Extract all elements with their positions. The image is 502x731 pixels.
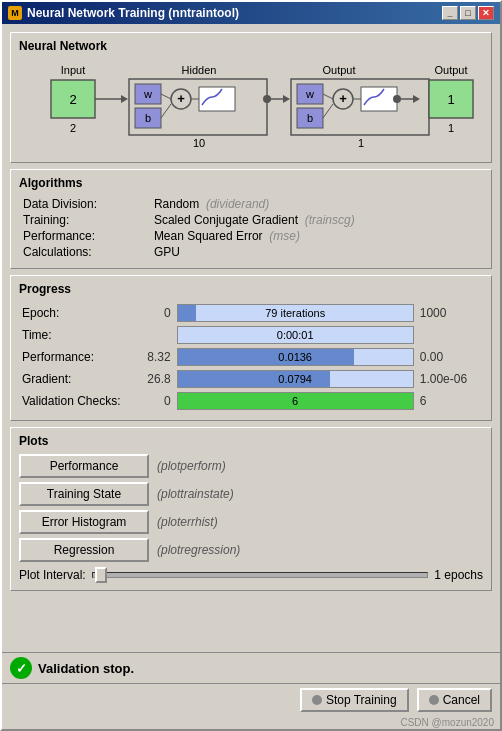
maximize-button[interactable]: □ (460, 6, 476, 20)
minimize-button[interactable]: _ (442, 6, 458, 20)
stop-training-label: Stop Training (326, 693, 397, 707)
algo-value-0: Random (dividerand) (150, 196, 483, 212)
plot-btn-row-1: Training State (plottrainstate) (19, 482, 483, 506)
output-sigmoid (361, 87, 397, 111)
algorithms-section: Algorithms Data Division: Random (divide… (10, 169, 492, 269)
algorithms-table: Data Division: Random (dividerand) Train… (19, 196, 483, 260)
perf-bar-text: 0.0136 (178, 349, 413, 365)
progress-table: Epoch: 0 79 iterations 1000 Time: (19, 302, 483, 412)
val-bar-wrap: 6 (177, 392, 414, 410)
cancel-button[interactable]: Cancel (417, 688, 492, 712)
stop-training-button[interactable]: Stop Training (300, 688, 409, 712)
progress-row-grad: Gradient: 26.8 0.0794 1.00e-06 (19, 368, 483, 390)
error-histogram-plot-note: (ploterrhist) (157, 515, 218, 529)
perf-label: Performance: (19, 346, 141, 368)
stop-training-icon (312, 695, 322, 705)
arrow2-head (283, 95, 290, 103)
time-right (417, 324, 483, 346)
main-window: M Neural Network Training (nntraintool) … (0, 0, 502, 731)
algo-value-2: Mean Squared Error (mse) (150, 228, 483, 244)
grad-left: 26.8 (141, 368, 174, 390)
plot-interval-row: Plot Interval: 1 epochs (19, 568, 483, 582)
performance-plot-button[interactable]: Performance (19, 454, 149, 478)
plot-interval-label: Plot Interval: (19, 568, 86, 582)
grad-bar-wrap: 0.0794 (177, 370, 414, 388)
val-bar-text: 6 (178, 393, 413, 409)
progress-section: Progress Epoch: 0 79 iterations 1000 (10, 275, 492, 421)
hidden-plus: + (177, 91, 185, 106)
regression-plot-button[interactable]: Regression (19, 538, 149, 562)
arrow3-head (413, 95, 420, 103)
hidden-num: 10 (193, 137, 205, 149)
output-label: Output (322, 64, 355, 76)
output-line2 (323, 104, 333, 118)
time-bar-text: 0:00:01 (178, 327, 413, 343)
algo-label-1: Training: (19, 212, 150, 228)
algo-label-3: Calculations: (19, 244, 150, 260)
grad-bar-cell: 0.0794 (174, 368, 417, 390)
perf-left: 8.32 (141, 346, 174, 368)
epoch-label: Epoch: (19, 302, 141, 324)
status-text: Validation stop. (38, 661, 134, 676)
cancel-label: Cancel (443, 693, 480, 707)
window-controls: _ □ ✕ (442, 6, 494, 20)
val-left: 0 (141, 390, 174, 412)
neural-network-section: Neural Network Input 2 2 Hidden (10, 32, 492, 163)
algo-row-0: Data Division: Random (dividerand) (19, 196, 483, 212)
hidden-line1 (161, 94, 171, 99)
algo-row-3: Calculations: GPU (19, 244, 483, 260)
plot-btn-row-0: Performance (plotperform) (19, 454, 483, 478)
output-b-label: b (307, 112, 313, 124)
algorithms-title: Algorithms (19, 176, 483, 190)
epoch-bar-text: 79 iterations (178, 305, 413, 321)
val-right: 6 (417, 390, 483, 412)
epoch-left: 0 (141, 302, 174, 324)
final-output-num-label: 1 (448, 122, 454, 134)
plot-interval-slider-track[interactable] (92, 572, 429, 578)
algo-label-0: Data Division: (19, 196, 150, 212)
grad-right: 1.00e-06 (417, 368, 483, 390)
plot-btn-row-2: Error Histogram (ploterrhist) (19, 510, 483, 534)
close-button[interactable]: ✕ (478, 6, 494, 20)
performance-plot-note: (plotperform) (157, 459, 226, 473)
hidden-sigmoid (199, 87, 235, 111)
plots-title: Plots (19, 434, 483, 448)
training-state-plot-button[interactable]: Training State (19, 482, 149, 506)
epoch-right: 1000 (417, 302, 483, 324)
grad-bar-text: 0.0794 (178, 371, 413, 387)
plot-interval-value: 1 epochs (434, 568, 483, 582)
matlab-icon: M (8, 6, 22, 20)
nn-diagram: Input 2 2 Hidden w (19, 59, 483, 154)
cancel-icon (429, 695, 439, 705)
plot-interval-slider-thumb[interactable] (95, 567, 107, 583)
hidden-w-label: w (143, 88, 152, 100)
epoch-bar-cell: 79 iterations (174, 302, 417, 324)
hidden-label: Hidden (182, 64, 217, 76)
final-output-label: Output (434, 64, 467, 76)
algo-row-2: Performance: Mean Squared Error (mse) (19, 228, 483, 244)
progress-row-val: Validation Checks: 0 6 6 (19, 390, 483, 412)
input-num-label: 2 (70, 122, 76, 134)
check-icon: ✓ (10, 657, 32, 679)
input-label: Input (61, 64, 85, 76)
val-bar-cell: 6 (174, 390, 417, 412)
bottom-bar: Stop Training Cancel (2, 683, 500, 716)
plots-section: Plots Performance (plotperform) Training… (10, 427, 492, 591)
epoch-bar-wrap: 79 iterations (177, 304, 414, 322)
algo-value-3: GPU (150, 244, 483, 260)
final-output-num: 1 (447, 92, 454, 107)
time-bar-cell: 0:00:01 (174, 324, 417, 346)
progress-row-time: Time: 0:00:01 (19, 324, 483, 346)
time-label: Time: (19, 324, 141, 346)
window-title: Neural Network Training (nntraintool) (27, 6, 442, 20)
hidden-line2 (161, 104, 171, 118)
grad-label: Gradient: (19, 368, 141, 390)
error-histogram-plot-button[interactable]: Error Histogram (19, 510, 149, 534)
arrow1-head (121, 95, 128, 103)
algo-label-2: Performance: (19, 228, 150, 244)
input-num: 2 (69, 92, 76, 107)
time-bar-wrap: 0:00:01 (177, 326, 414, 344)
training-state-plot-note: (plottrainstate) (157, 487, 234, 501)
algo-value-1: Scaled Conjugate Gradient (trainscg) (150, 212, 483, 228)
watermark: CSDN @mozun2020 (2, 716, 500, 729)
